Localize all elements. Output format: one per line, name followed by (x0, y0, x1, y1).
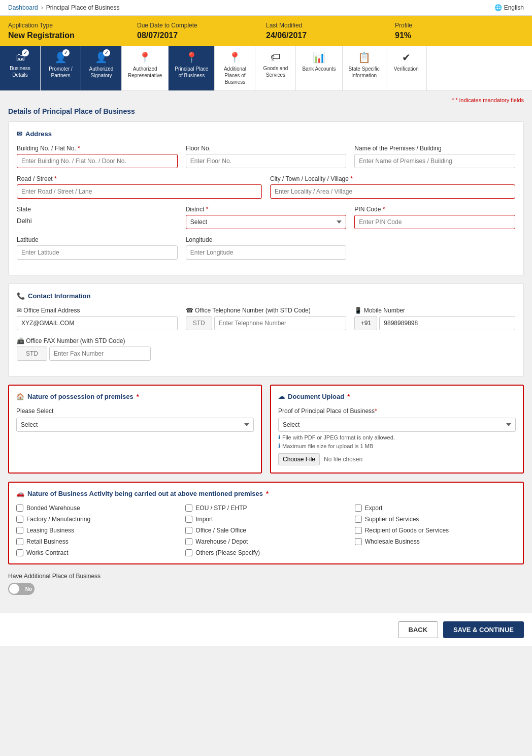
checkbox-label-retail-business: Retail Business (26, 538, 69, 545)
fax-group: 📠 Office FAX Number (with STD Code) (17, 337, 515, 361)
floor-input[interactable] (186, 154, 347, 168)
checkbox-item: Export (355, 505, 516, 512)
tab-icon-bank: 📊 (313, 51, 325, 64)
tab-icon-state: 📋 (358, 51, 371, 64)
tab-label-signatory: AuthorizedSignatory (89, 66, 114, 79)
breadcrumb-current: Principal Place of Business (46, 4, 120, 11)
mobile-input[interactable] (379, 316, 515, 330)
proof-select[interactable]: Select (278, 418, 516, 432)
nature-sublabel: Please Select (16, 407, 254, 415)
district-select[interactable]: Select (186, 215, 347, 229)
mobile-label: 📱 Mobile Number (354, 307, 515, 314)
checkbox-supplier-of-services[interactable] (355, 516, 362, 523)
checkbox-import[interactable] (185, 516, 192, 523)
tab-auth-representative[interactable]: 📍 AuthorizedRepresentative (122, 46, 169, 90)
action-bar: BACK SAVE & CONTINUE (0, 613, 532, 646)
business-activity-section: 🚗 Nature of Business Activity being carr… (8, 482, 524, 564)
floor-group: Floor No. (186, 145, 347, 168)
contact-icon: 📞 (17, 292, 25, 300)
checkbox-label-leasing-business: Leasing Business (26, 527, 74, 534)
fax-std-input[interactable] (17, 346, 47, 361)
checkbox-others-specify[interactable] (185, 549, 192, 556)
checkbox-recipient-of-goods[interactable] (355, 527, 362, 534)
address-icon: ✉ (17, 130, 22, 138)
latitude-input[interactable] (17, 245, 178, 260)
building-group: Building No. / Flat No. * (17, 145, 178, 168)
city-input[interactable] (270, 184, 515, 199)
checkbox-item: Bonded Warehouse (16, 505, 177, 512)
email-input[interactable] (17, 316, 178, 330)
road-group: Road / Street * (17, 175, 262, 199)
main-content: * * indicates mandatory fields Details o… (0, 91, 532, 613)
checkbox-leasing-business[interactable] (16, 527, 23, 534)
contact-header: 📞 Contact Information (17, 292, 515, 300)
district-group: District * Select (186, 206, 347, 229)
checkbox-retail-business[interactable] (16, 538, 23, 545)
address-label: Address (25, 130, 52, 138)
additional-place-toggle[interactable]: No (8, 583, 35, 595)
checkbox-export[interactable] (355, 505, 362, 512)
checkbox-factory-manufacturing[interactable] (16, 516, 23, 523)
checkbox-wholesale-business[interactable] (355, 538, 362, 545)
latitude-label: Latitude (17, 236, 178, 243)
std-input[interactable] (186, 316, 212, 330)
premises-input[interactable] (354, 154, 515, 168)
last-modified-label: Last Modified (266, 22, 395, 29)
tab-principal-place[interactable]: 📍 Principal Placeof Business (169, 46, 215, 90)
checkbox-works-contract[interactable] (16, 549, 23, 556)
checkbox-label-warehouse-depot: Warehouse / Depot (195, 538, 248, 545)
tab-bank-accounts[interactable]: 📊 Bank Accounts (296, 46, 342, 90)
checkbox-label-import: Import (195, 516, 213, 523)
tab-label-representative: AuthorizedRepresentative (128, 66, 162, 79)
breadcrumb-home[interactable]: Dashboard (8, 4, 38, 11)
longitude-input[interactable] (186, 245, 347, 260)
pin-input[interactable] (354, 215, 515, 229)
last-modified-value: 24/06/2017 (266, 31, 395, 40)
nature-possession-header: 🏠 Nature of possession of premises * (16, 393, 254, 400)
checkbox-office-sale-office[interactable] (185, 527, 192, 534)
tab-state-specific[interactable]: 📋 State SpecificInformation (343, 46, 386, 90)
save-continue-button[interactable]: SAVE & CONTINUE (443, 621, 524, 638)
doc-upload-icon: ☁ (278, 393, 285, 400)
tab-label-goods: Goods andServices (263, 65, 288, 78)
file-row: Choose File No file chosen (278, 453, 516, 465)
checkbox-item: Import (185, 516, 346, 523)
tab-additional-places[interactable]: 📍 AdditionalPlaces ofBusiness (215, 46, 255, 90)
tab-label-additional: AdditionalPlaces ofBusiness (224, 66, 246, 85)
telephone-group: ☎ Office Telephone Number (with STD Code… (186, 307, 347, 330)
checkbox-eou-stp-ehtp[interactable] (185, 505, 192, 512)
tab-goods-services[interactable]: 🏷 Goods andServices (255, 46, 296, 90)
checkbox-item: Retail Business (16, 538, 177, 545)
nature-req-star: * (137, 393, 139, 400)
language-selector[interactable]: 🌐 English (494, 4, 524, 11)
back-button[interactable]: BACK (398, 621, 439, 638)
pin-group: PIN Code * (354, 206, 515, 229)
mobile-input-group: +91 (354, 316, 515, 330)
doc-upload-label: Document Upload (288, 393, 344, 400)
doc-req-star: * (347, 393, 350, 400)
telephone-input[interactable] (214, 316, 347, 330)
activity-req-star: * (266, 490, 269, 497)
building-input[interactable] (17, 154, 178, 168)
choose-file-button[interactable]: Choose File (278, 453, 320, 465)
due-date-section: Due Date to Complete 08/07/2017 (137, 22, 266, 40)
nature-possession-section: 🏠 Nature of possession of premises * Ple… (8, 385, 262, 474)
tab-auth-signatory[interactable]: ✓ 👤 AuthorizedSignatory (81, 46, 122, 90)
document-upload-section: ☁ Document Upload * Proof of Principal P… (270, 385, 524, 474)
nature-select[interactable]: SelectOwnedLeasedRentedConsentSharedOthe… (16, 418, 254, 432)
tab-promoter[interactable]: ✓ 👤 Promoter /Partners (41, 46, 81, 90)
checkbox-bonded-warehouse[interactable] (16, 505, 23, 512)
business-activity-header: 🚗 Nature of Business Activity being carr… (16, 490, 516, 497)
tab-business-details[interactable]: ✓ 🗂 BusinessDetails (0, 46, 41, 90)
email-group: ✉ Office Email Address (17, 307, 178, 330)
tab-label-promoter: Promoter /Partners (49, 66, 73, 79)
latitude-group: Latitude (17, 236, 178, 260)
fax-number-input[interactable] (49, 346, 151, 361)
checkbox-label-supplier-of-services: Supplier of Services (365, 516, 419, 523)
tab-icon-principal: 📍 (185, 51, 198, 64)
city-group: City / Town / Locality / Village * (270, 175, 515, 199)
road-input[interactable] (17, 184, 262, 199)
tab-verification[interactable]: ✔ Verification (386, 46, 427, 90)
checkbox-warehouse-depot[interactable] (185, 538, 192, 545)
checkbox-item: Leasing Business (16, 527, 177, 534)
